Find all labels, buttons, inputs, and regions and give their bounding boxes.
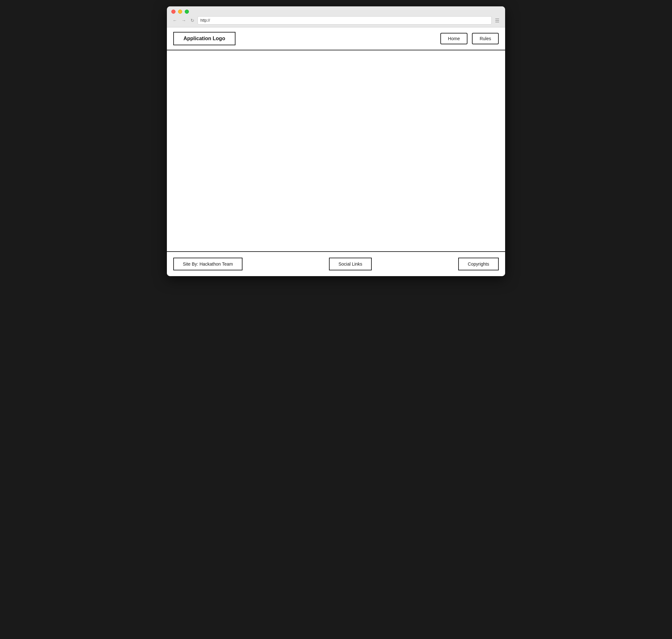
rules-button[interactable]: Rules xyxy=(472,33,499,44)
copyrights-label: Copyrights xyxy=(458,258,499,270)
site-by-label: Site By: Hackathon Team xyxy=(173,258,243,270)
browser-controls xyxy=(171,10,501,14)
reload-button[interactable]: ↻ xyxy=(189,17,196,24)
main-content xyxy=(167,50,505,251)
social-links-label: Social Links xyxy=(329,258,372,270)
browser-nav: ← → ↻ ☰ xyxy=(171,16,501,25)
forward-button[interactable]: → xyxy=(180,17,187,24)
nav-links: Home Rules xyxy=(440,33,499,44)
back-button[interactable]: ← xyxy=(171,17,178,24)
footer: Site By: Hackathon Team Social Links Cop… xyxy=(167,251,505,276)
home-button[interactable]: Home xyxy=(440,33,468,44)
menu-button[interactable]: ☰ xyxy=(494,17,501,24)
maximize-button[interactable] xyxy=(185,10,189,14)
browser-window: ← → ↻ ☰ Application Logo Home Rules Site… xyxy=(167,6,505,276)
browser-chrome: ← → ↻ ☰ xyxy=(167,6,505,28)
page-content: Application Logo Home Rules Site By: Hac… xyxy=(167,28,505,276)
app-logo: Application Logo xyxy=(173,32,235,45)
close-button[interactable] xyxy=(171,10,175,14)
minimize-button[interactable] xyxy=(178,10,182,14)
address-bar[interactable] xyxy=(198,16,492,25)
navbar: Application Logo Home Rules xyxy=(167,28,505,50)
